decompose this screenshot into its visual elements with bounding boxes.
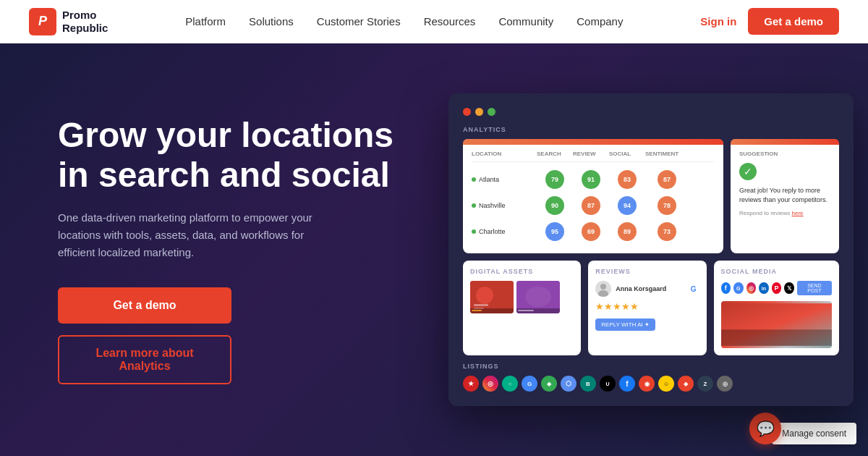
reply-with-ai-button[interactable]: REPLY WITH AI ✦ [595, 318, 655, 331]
send-post-button[interactable]: SEND POST [797, 281, 832, 295]
nav-resources[interactable]: Resources [424, 15, 476, 28]
uber-icon: U [600, 376, 616, 392]
google-social-icon: G [733, 282, 744, 294]
pinterest-icon: P [772, 282, 782, 294]
google-maps-listing-icon: G [522, 376, 537, 392]
listings-section: LISTINGS ★ ◎ ○ G ◈ ⬡ B U f ◉ ☺ ◈ Z ◎ [463, 363, 839, 392]
location-atlanta: Atlanta [472, 176, 537, 183]
nav-solutions[interactable]: Solutions [249, 15, 294, 28]
suggestion-link: Respond to reviews here [739, 210, 830, 216]
listings-icons: ★ ◎ ○ G ◈ ⬡ B U f ◉ ☺ ◈ Z ◎ [463, 376, 839, 392]
brand-name: Promo Republic [62, 9, 108, 35]
manage-consent-button[interactable]: Manage consent [772, 423, 856, 444]
bottom-row: DIGITAL ASSETS [463, 261, 839, 355]
score-atlanta-social: 83 [618, 170, 637, 189]
score-nashville-social: 94 [618, 196, 637, 215]
google-icon: G [688, 283, 699, 295]
analytics-table: LOCATION SEARCH REVIEW SOCIAL SENTIMENT … [463, 139, 723, 253]
learn-more-analytics-button[interactable]: Learn more about Analytics [58, 335, 231, 384]
dashboard-card: ANALYTICS LOCATION SEARCH REVIEW SOCIAL … [448, 93, 854, 406]
dashboard-mockup: ANALYTICS LOCATION SEARCH REVIEW SOCIAL … [405, 93, 854, 406]
chat-widget-button[interactable]: 💬 [749, 413, 781, 444]
asset-image-2 [516, 281, 560, 313]
col-sentiment: SENTIMENT [645, 151, 689, 157]
linkedin-icon: in [759, 282, 769, 294]
location-dot [472, 203, 476, 208]
digital-assets-card: DIGITAL ASSETS [463, 261, 581, 355]
location-charlotte: Charlotte [472, 228, 537, 235]
star-rating: ★★★★★ [595, 301, 699, 312]
table-header-row: LOCATION SEARCH REVIEW SOCIAL SENTIMENT [472, 151, 715, 162]
digital-assets-images [470, 281, 574, 313]
bing-icon: B [580, 376, 596, 392]
suggestion-label: SUGGESTION [739, 151, 830, 157]
score-nashville-sentiment: 78 [658, 196, 676, 215]
score-nashville-search: 90 [545, 196, 564, 215]
social-media-card: SOCIAL MEDIA f G ◎ in P 𝕏 SEND POST [714, 261, 839, 355]
sign-in-button[interactable]: Sign in [700, 15, 736, 28]
table-header-bar [463, 139, 723, 145]
nav-links: Platform Solutions Customer Stories Reso… [185, 15, 623, 28]
reviews-card: REVIEWS Anna Korsgaard G ★★★★★ [588, 261, 706, 355]
hero-left: Grow your locations in search and social… [58, 115, 405, 384]
hero-title: Grow your locations in search and social [58, 115, 405, 195]
instagram-icon: ◎ [746, 282, 757, 294]
listing-icon-r2: ☺ [658, 376, 674, 392]
location-dot [472, 177, 476, 182]
col-review: REVIEW [573, 151, 609, 157]
instagram-listing-icon: ◎ [482, 376, 498, 392]
analytics-section-label: ANALYTICS [463, 126, 839, 133]
yelp-icon: ★ [463, 376, 479, 392]
svg-rect-5 [472, 310, 482, 311]
review-user-row: Anna Korsgaard G [595, 281, 699, 297]
check-icon: ✓ [739, 163, 757, 180]
logo[interactable]: P Promo Republic [29, 8, 108, 35]
asset-image-1 [470, 281, 514, 313]
logo-icon: P [29, 8, 56, 35]
get-demo-hero-button[interactable]: Get a demo [58, 287, 231, 324]
score-charlotte-review: 69 [582, 222, 600, 241]
navbar: P Promo Republic Platform Solutions Cust… [0, 0, 868, 43]
table-row: Nashville 90 87 94 78 [472, 193, 715, 219]
tripadvisor-icon: ○ [502, 376, 518, 392]
facebook-icon: f [721, 282, 731, 294]
svg-point-7 [525, 287, 551, 307]
analytics-block: LOCATION SEARCH REVIEW SOCIAL SENTIMENT … [463, 139, 839, 253]
svg-rect-2 [474, 304, 488, 306]
suggestion-header-bar [731, 139, 839, 145]
nav-customer-stories[interactable]: Customer Stories [317, 15, 401, 28]
get-demo-nav-button[interactable]: Get a demo [748, 8, 839, 35]
suggestion-text: Great job! You reply to more reviews tha… [739, 186, 830, 204]
listing-icon-r1: ◉ [639, 376, 655, 392]
score-charlotte-sentiment: 73 [658, 222, 676, 241]
hero-description: One data-driven marketing platform to em… [58, 209, 333, 261]
score-nashville-review: 87 [582, 196, 600, 215]
window-controls [463, 108, 839, 116]
suggestion-link-here[interactable]: here [792, 210, 804, 216]
review-user-name: Anna Korsgaard [616, 285, 666, 292]
score-atlanta-review: 91 [582, 170, 600, 189]
svg-rect-14 [721, 329, 832, 346]
maps-icon: ◈ [541, 376, 557, 392]
dot-minimize [475, 108, 483, 116]
nav-company[interactable]: Company [576, 15, 623, 28]
chain-icon: ⬡ [561, 376, 576, 392]
social-post-image [721, 301, 832, 348]
facebook-listing-icon: f [619, 376, 635, 392]
listing-icon-r3: ◈ [678, 376, 694, 392]
dot-maximize [488, 108, 495, 116]
svg-rect-9 [518, 310, 534, 311]
table-row: Atlanta 79 91 83 87 [472, 166, 715, 193]
score-atlanta-sentiment: 87 [658, 170, 676, 189]
social-icons-row: f G ◎ in P 𝕏 SEND POST [721, 281, 832, 295]
nav-community[interactable]: Community [498, 15, 553, 28]
dot-close [463, 108, 471, 116]
nav-actions: Sign in Get a demo [700, 8, 839, 35]
reviews-label: REVIEWS [595, 268, 699, 275]
twitter-icon: 𝕏 [784, 282, 794, 294]
score-charlotte-social: 89 [618, 222, 637, 241]
listing-icon-r4: Z [697, 376, 713, 392]
listing-icon-r5: ◎ [717, 376, 733, 392]
social-media-label: SOCIAL MEDIA [721, 268, 832, 275]
nav-platform[interactable]: Platform [185, 15, 226, 28]
